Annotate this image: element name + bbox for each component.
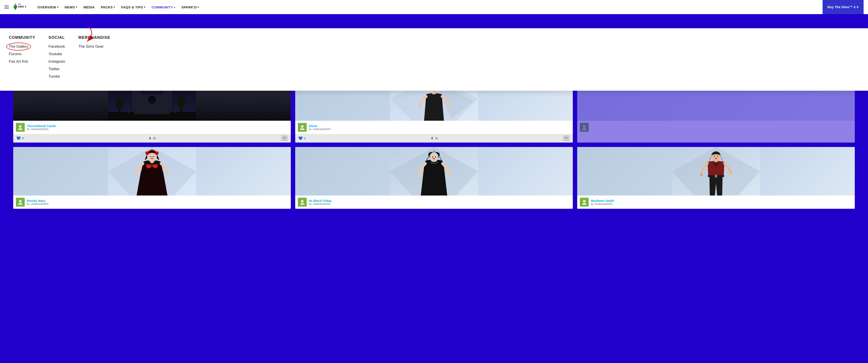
card-info-bloody-mary: Bloody Mary by: Underworld1031: [27, 199, 288, 205]
card-footer-black-friday: Its Black Friday by: Underworld1031: [295, 196, 573, 209]
downloads-group: ⬇ 31: [431, 136, 438, 140]
card-image-bloody-mary: [13, 147, 291, 196]
card-info-thorneblood: Thorneblood Castle by: Underworld1031: [27, 124, 288, 131]
likes-group: 💙 2: [298, 136, 306, 140]
flag-button[interactable]: ⚑: [563, 135, 570, 141]
svg-rect-10: [132, 90, 141, 112]
flag-button[interactable]: ⚑: [281, 135, 288, 141]
svg-text:SIMS: SIMS: [18, 5, 24, 8]
dropdown-social-col: SOCIAL Facebook Youtube Instagram Twitte…: [49, 35, 65, 82]
svg-point-32: [447, 104, 450, 108]
card-footer-thorneblood: Thorneblood Castle by: Underworld1031: [13, 121, 291, 134]
dropdown-merchandise-col: MERCHANDISE The Sims Gear: [79, 35, 111, 82]
dropdown-twitter-link[interactable]: Twitter: [49, 67, 65, 71]
download-icon: ⬇: [431, 136, 433, 140]
dropdown-social-heading: SOCIAL: [49, 35, 65, 40]
card-mazikeen: Mazikeen Smith by: Underworld1031: [577, 147, 855, 209]
svg-point-78: [433, 158, 435, 159]
avatar-bloody-mary: [16, 198, 25, 206]
card-image-black-friday: [295, 147, 573, 196]
card-author-elvira: by: Underworld1031: [309, 128, 570, 131]
chevron-down-icon: ▾: [57, 6, 59, 9]
svg-point-41: [583, 125, 586, 128]
avatar-mazikeen: [580, 198, 589, 206]
nav-media[interactable]: MEDIA: [81, 0, 98, 14]
site-logo[interactable]: The SIMS 4: [11, 2, 29, 12]
nav-news[interactable]: NEWS ▾: [62, 0, 81, 14]
svg-point-79: [301, 200, 304, 202]
dropdown-tumblr-link[interactable]: Tumblr: [49, 74, 65, 79]
chevron-up-icon: ▴: [174, 6, 175, 9]
dropdown-fan-art-link[interactable]: Fan Art Kits: [9, 59, 35, 64]
svg-point-88: [714, 155, 715, 157]
nav-overview[interactable]: OVERVIEW ▾: [34, 0, 62, 14]
heart-icon: 💙: [16, 136, 21, 140]
card-title-bloody-mary[interactable]: Bloody Mary: [27, 199, 288, 202]
card-title-mazikeen[interactable]: Mazikeen Smith: [591, 199, 852, 202]
buy-cta-button[interactable]: Buy The Sims™ 4 ∨: [823, 0, 864, 14]
card-image-mazikeen: [577, 147, 855, 196]
content-area: Thorneblood Castle by: Underworld1031 💙 …: [0, 77, 868, 363]
card-author-thorneblood: by: Underworld1031: [27, 128, 288, 131]
svg-point-21: [116, 97, 124, 109]
nav-packs[interactable]: PACKS ▾: [98, 0, 118, 14]
nav-community[interactable]: COMMUNITY ▴: [148, 0, 178, 14]
card-footer-mazikeen: Mazikeen Smith by: Underworld1031: [577, 196, 855, 209]
card-info-mazikeen: Mazikeen Smith by: Underworld1031: [591, 199, 852, 205]
svg-text:The: The: [18, 3, 21, 5]
avatar-partial: [580, 123, 589, 132]
card-stats-elvira: 💙 2 ⬇ 31 ⚑: [295, 134, 573, 143]
dropdown-youtube-link[interactable]: Youtube: [49, 52, 65, 56]
community-dropdown: COMMUNITY The Gallery Forums Fan Art Kit…: [0, 28, 868, 91]
svg-point-59: [151, 158, 153, 159]
card-stats-thorneblood: 💙 8 ⬇ 32 ⚑: [13, 134, 291, 143]
svg-point-23: [178, 96, 185, 108]
svg-point-76: [432, 156, 433, 158]
svg-point-89: [717, 155, 718, 157]
nav-sparkd[interactable]: SPARK'D ▾: [178, 0, 202, 14]
svg-point-58: [153, 156, 154, 157]
card-title-elvira[interactable]: Elvira: [309, 124, 570, 128]
svg-marker-1: [13, 6, 18, 10]
chevron-down-icon: ▾: [144, 6, 146, 9]
svg-point-90: [715, 158, 717, 159]
downloads-group: ⬇ 32: [149, 136, 156, 140]
avatar-thorneblood: [16, 123, 25, 132]
svg-point-92: [583, 200, 586, 202]
dropdown-community-heading: COMMUNITY: [9, 35, 35, 40]
card-author-black-friday: by: Underworld1031: [309, 202, 570, 205]
heart-icon: 💙: [298, 136, 303, 140]
card-title-thorneblood[interactable]: Thorneblood Castle: [27, 124, 288, 128]
card-grid-row2: Bloody Mary by: Underworld1031: [13, 147, 855, 209]
dropdown-sims-gear-link[interactable]: The Sims Gear: [79, 44, 111, 49]
gallery-link-text: The Gallery: [9, 44, 28, 49]
svg-point-57: [150, 156, 151, 157]
card-black-friday: Its Black Friday by: Underworld1031: [295, 147, 573, 209]
avatar-elvira: [298, 123, 307, 132]
card-bloody-mary: Bloody Mary by: Underworld1031: [13, 147, 291, 209]
avatar-black-friday: [298, 198, 307, 206]
svg-point-27: [174, 106, 176, 110]
dropdown-the-gallery-link[interactable]: The Gallery: [9, 44, 35, 49]
svg-point-60: [19, 200, 22, 202]
dropdown-instagram-link[interactable]: Instagram: [49, 59, 65, 64]
dropdown-facebook-link[interactable]: Facebook: [49, 44, 65, 49]
svg-point-77: [435, 156, 436, 158]
svg-point-71: [430, 152, 438, 162]
nav-faqs[interactable]: FAQS & TIPS ▾: [118, 0, 148, 14]
card-author-mazikeen: by: Underworld1031: [591, 202, 852, 205]
chevron-down-icon: ▾: [197, 6, 199, 9]
download-icon: ⬇: [149, 136, 152, 140]
card-footer-elvira: Elvira by: Underworld1031: [295, 121, 573, 134]
svg-point-72: [429, 156, 431, 158]
svg-point-25: [127, 106, 130, 110]
card-info-black-friday: Its Black Friday by: Underworld1031: [309, 199, 570, 205]
nav-links: OVERVIEW ▾ NEWS ▾ MEDIA PACKS ▾ FAQS & T…: [34, 0, 823, 14]
card-title-black-friday[interactable]: Its Black Friday: [309, 199, 570, 202]
dropdown-merch-heading: MERCHANDISE: [79, 35, 111, 40]
card-info-elvira: Elvira by: Underworld1031: [309, 124, 570, 131]
dropdown-community-col: COMMUNITY The Gallery Forums Fan Art Kit…: [9, 35, 35, 82]
hamburger-menu[interactable]: [4, 5, 9, 9]
svg-point-40: [301, 125, 304, 128]
dropdown-forums-link[interactable]: Forums: [9, 52, 35, 56]
